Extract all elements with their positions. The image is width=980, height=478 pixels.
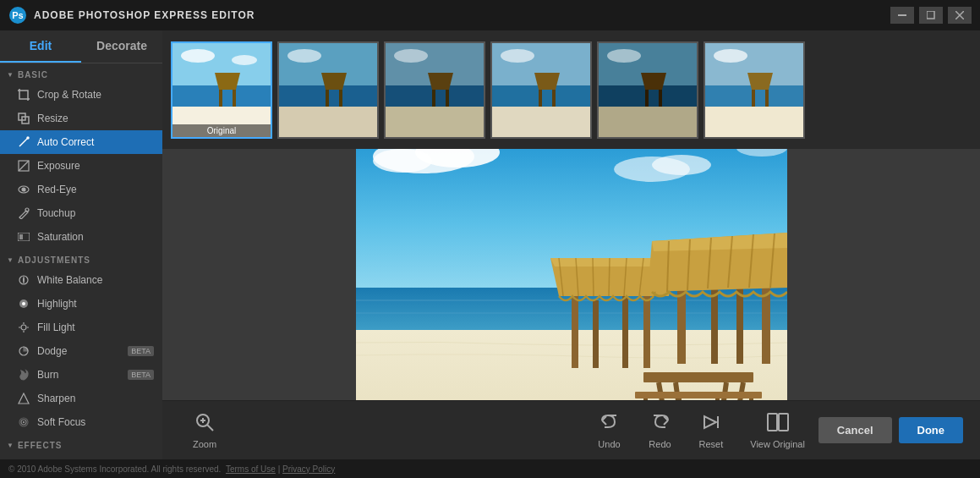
svg-rect-120 bbox=[669, 392, 762, 398]
svg-line-101 bbox=[593, 258, 594, 296]
dodge-badge: BETA bbox=[128, 346, 154, 356]
close-btn[interactable] bbox=[948, 7, 972, 24]
tab-decorate[interactable]: Decorate bbox=[81, 30, 162, 63]
reset-icon bbox=[701, 412, 721, 436]
resize-icon bbox=[17, 112, 30, 125]
redo-label: Redo bbox=[649, 439, 671, 449]
sidebar-item-crystallize[interactable]: Crystallize bbox=[0, 453, 162, 459]
app-title: ADOBE PHOTOSHOP EXPRESS EDITOR bbox=[34, 9, 255, 21]
svg-rect-74 bbox=[705, 107, 803, 137]
svg-point-36 bbox=[181, 49, 215, 63]
sidebar-item-highlight-label: Highlight bbox=[37, 298, 77, 310]
svg-point-25 bbox=[21, 325, 26, 330]
svg-marker-27 bbox=[19, 393, 29, 404]
thumbnail-6[interactable] bbox=[704, 41, 805, 139]
svg-rect-17 bbox=[19, 234, 23, 239]
svg-point-20 bbox=[22, 302, 25, 305]
undo-button[interactable]: Undo bbox=[584, 407, 635, 454]
restore-btn[interactable] bbox=[919, 7, 943, 24]
sidebar-item-soft-focus-label: Soft Focus bbox=[37, 416, 85, 428]
thumbnail-4[interactable] bbox=[490, 41, 592, 139]
svg-point-37 bbox=[232, 55, 257, 65]
chevron-basic: ▼ bbox=[7, 71, 14, 79]
reset-button[interactable]: Reset bbox=[686, 407, 737, 454]
cancel-button[interactable]: Cancel bbox=[818, 417, 892, 443]
chevron-effects: ▼ bbox=[7, 442, 14, 449]
section-effects[interactable]: ▼ EFFECTS bbox=[0, 434, 162, 453]
privacy-link[interactable]: Privacy Policy bbox=[282, 464, 335, 474]
sidebar-item-crop-rotate[interactable]: Crop & Rotate bbox=[0, 83, 162, 107]
wand-icon bbox=[17, 135, 30, 149]
svg-rect-2 bbox=[898, 14, 906, 16]
sidebar-item-soft-focus[interactable]: Soft Focus bbox=[0, 410, 162, 434]
window-controls bbox=[890, 7, 972, 24]
exposure-icon bbox=[17, 159, 30, 173]
sidebar-item-white-balance[interactable]: White Balance bbox=[0, 268, 162, 292]
minimize-btn[interactable] bbox=[890, 7, 914, 24]
svg-rect-69 bbox=[645, 90, 649, 107]
crystallize-icon bbox=[17, 459, 30, 459]
redo-button[interactable]: Redo bbox=[635, 407, 686, 454]
terms-link[interactable]: Terms of Use bbox=[226, 464, 276, 474]
title-bar: Ps ADOBE PHOTOSHOP EXPRESS EDITOR bbox=[0, 0, 980, 30]
sidebar-item-crop-rotate-label: Crop & Rotate bbox=[37, 89, 101, 101]
white-balance-icon bbox=[17, 273, 30, 287]
reset-label: Reset bbox=[699, 439, 724, 449]
sharpen-icon bbox=[17, 392, 30, 405]
svg-point-10 bbox=[27, 137, 29, 139]
svg-point-14 bbox=[22, 188, 25, 191]
svg-text:Ps: Ps bbox=[12, 10, 23, 20]
main-beach-image bbox=[356, 149, 787, 400]
svg-rect-77 bbox=[765, 90, 769, 107]
sidebar-item-red-eye[interactable]: Red-Eye bbox=[0, 178, 162, 201]
chevron-adjustments: ▼ bbox=[7, 256, 14, 264]
zoom-button[interactable]: Zoom bbox=[179, 407, 230, 454]
svg-point-81 bbox=[373, 149, 432, 173]
undo-icon bbox=[599, 412, 620, 436]
section-basic[interactable]: ▼ BASIC bbox=[0, 63, 162, 83]
sidebar-item-fill-light-label: Fill Light bbox=[37, 321, 75, 333]
sidebar-item-resize[interactable]: Resize bbox=[0, 107, 162, 130]
sidebar-item-dodge[interactable]: Dodge BETA bbox=[0, 339, 162, 363]
thumbnail-original[interactable]: Original bbox=[171, 41, 272, 139]
dodge-icon bbox=[17, 344, 30, 358]
sidebar-item-auto-correct[interactable]: Auto Correct bbox=[0, 130, 162, 154]
sidebar-item-burn[interactable]: Burn BETA bbox=[0, 363, 162, 387]
thumbnail-5[interactable] bbox=[597, 41, 698, 139]
footer: © 2010 Adobe Systems Incorporated. All r… bbox=[0, 459, 980, 478]
app-logo: Ps bbox=[8, 6, 27, 25]
section-effects-label: EFFECTS bbox=[18, 441, 63, 450]
view-original-button[interactable]: View Original bbox=[736, 407, 818, 454]
svg-rect-114 bbox=[643, 372, 753, 382]
view-original-icon bbox=[767, 412, 789, 436]
thumbnail-2[interactable] bbox=[277, 41, 379, 139]
svg-rect-92 bbox=[622, 296, 628, 368]
sidebar-item-touchup[interactable]: Touchup bbox=[0, 201, 162, 225]
done-button[interactable]: Done bbox=[899, 417, 964, 443]
svg-rect-60 bbox=[492, 107, 590, 137]
burn-icon bbox=[17, 368, 30, 382]
sidebar-item-sharpen[interactable]: Sharpen bbox=[0, 387, 162, 410]
svg-rect-42 bbox=[233, 90, 236, 107]
section-adjustments[interactable]: ▼ ADJUSTMENTS bbox=[0, 249, 162, 268]
svg-point-83 bbox=[652, 155, 711, 175]
svg-point-30 bbox=[23, 421, 25, 423]
svg-point-58 bbox=[501, 49, 534, 63]
sidebar-item-saturation[interactable]: Saturation bbox=[0, 225, 162, 249]
svg-point-72 bbox=[714, 49, 747, 63]
tab-edit[interactable]: Edit bbox=[0, 30, 81, 63]
main-container: Edit Decorate ▼ BASIC Crop & Rotate bbox=[0, 30, 980, 459]
svg-line-126 bbox=[207, 425, 213, 431]
svg-rect-53 bbox=[386, 107, 484, 137]
svg-rect-95 bbox=[711, 288, 718, 364]
sidebar-item-highlight[interactable]: Highlight bbox=[0, 292, 162, 316]
svg-marker-40 bbox=[215, 73, 240, 90]
svg-marker-68 bbox=[641, 73, 666, 90]
sidebar-item-fill-light[interactable]: Fill Light bbox=[0, 316, 162, 339]
svg-rect-62 bbox=[539, 90, 542, 107]
sidebar-item-exposure[interactable]: Exposure bbox=[0, 154, 162, 178]
sidebar: Edit Decorate ▼ BASIC Crop & Rotate bbox=[0, 30, 162, 459]
soft-focus-icon bbox=[17, 415, 30, 429]
thumbnail-3[interactable] bbox=[384, 41, 485, 139]
zoom-icon bbox=[194, 412, 215, 436]
